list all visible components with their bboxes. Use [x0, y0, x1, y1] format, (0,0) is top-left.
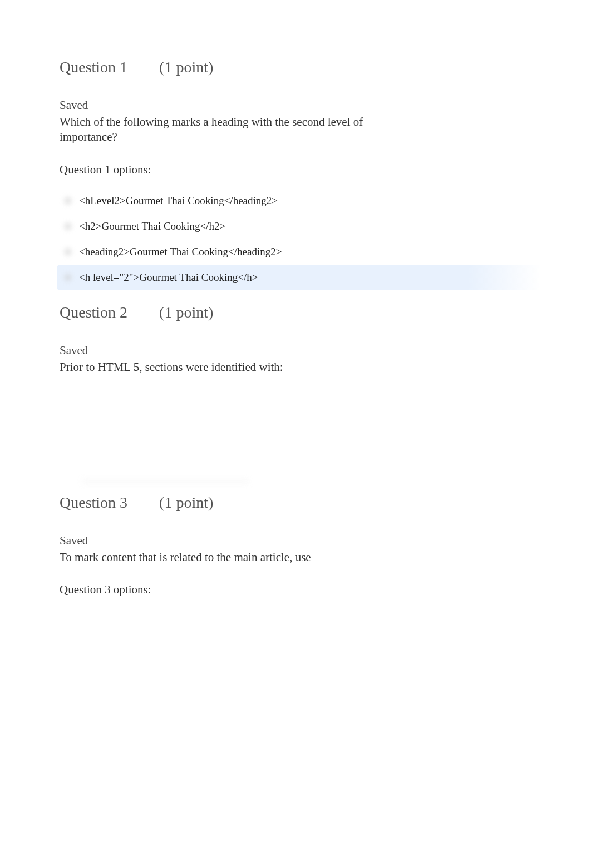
question-1-option-4[interactable]: <h level="2">Gourmet Thai Cooking</h>	[57, 265, 541, 290]
question-3-prompt: To mark content that is related to the m…	[60, 550, 449, 565]
question-1-prompt: Which of the following marks a heading w…	[60, 115, 371, 145]
question-1-option-2[interactable]: <h2>Gourmet Thai Cooking</h2>	[57, 214, 591, 239]
question-1-option-3[interactable]: <heading2>Gourmet Thai Cooking</heading2…	[57, 239, 591, 265]
question-3-header: Question 3 (1 point)	[60, 494, 591, 512]
question-2-prompt: Prior to HTML 5, sections were identifie…	[60, 360, 449, 375]
blurred-content-divider	[82, 480, 249, 483]
question-1-options-label: Question 1 options:	[60, 163, 591, 177]
question-3-options-label: Question 3 options:	[60, 583, 591, 597]
radio-icon[interactable]	[57, 197, 79, 205]
question-block-2: Question 2 (1 point) Saved Prior to HTML…	[60, 304, 591, 483]
question-1-points: (1 point)	[159, 58, 213, 76]
question-2-number: Question 2	[60, 304, 127, 321]
radio-icon[interactable]	[57, 222, 79, 230]
question-2-points: (1 point)	[159, 304, 213, 321]
question-1-number: Question 1	[60, 58, 127, 76]
question-1-option-4-text: <h level="2">Gourmet Thai Cooking</h>	[79, 271, 258, 284]
question-3-saved-status: Saved	[60, 534, 591, 548]
question-2-saved-status: Saved	[60, 344, 591, 358]
radio-icon[interactable]	[57, 274, 79, 281]
question-1-header: Question 1 (1 point)	[60, 58, 591, 76]
question-2-header: Question 2 (1 point)	[60, 304, 591, 321]
question-1-option-3-text: <heading2>Gourmet Thai Cooking</heading2…	[79, 246, 282, 258]
question-1-option-2-text: <h2>Gourmet Thai Cooking</h2>	[79, 220, 225, 232]
question-3-number: Question 3	[60, 494, 127, 512]
question-block-1: Question 1 (1 point) Saved Which of the …	[60, 58, 591, 290]
question-1-option-1-text: <hLevel2>Gourmet Thai Cooking</heading2>	[79, 195, 278, 207]
question-1-saved-status: Saved	[60, 98, 591, 112]
question-1-option-1[interactable]: <hLevel2>Gourmet Thai Cooking</heading2>	[57, 188, 591, 214]
radio-icon[interactable]	[57, 248, 79, 256]
question-block-3: Question 3 (1 point) Saved To mark conte…	[60, 494, 591, 597]
question-3-points: (1 point)	[159, 494, 213, 512]
